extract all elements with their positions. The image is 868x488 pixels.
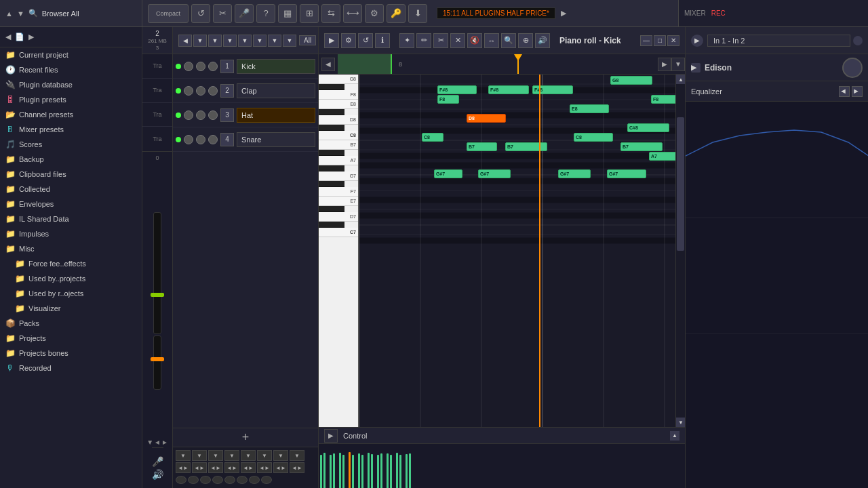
channel-item-clap[interactable]: 2 Clap bbox=[173, 79, 318, 103]
note-b7-1[interactable]: B7 bbox=[467, 142, 497, 151]
sidebar-item-envelopes[interactable]: 📁 Envelopes bbox=[0, 197, 142, 211]
note-fs8-1[interactable]: F#8 bbox=[437, 85, 477, 94]
transport-arrow[interactable]: ▶ bbox=[561, 9, 566, 18]
toolbar-btn-10[interactable]: 🔑 bbox=[387, 4, 406, 23]
note-grid-area[interactable]: G8 F#8 F#8 F#8 F8 F8 E8 D8 C#8 bbox=[359, 75, 675, 427]
pr-nav-right[interactable]: ▶ bbox=[658, 58, 671, 71]
ch-name-clap[interactable]: Clap bbox=[237, 83, 315, 98]
down-arrow-icon[interactable]: ▼ bbox=[17, 9, 24, 18]
ctrl-btn-9[interactable]: ◄► bbox=[176, 462, 191, 473]
edison-knob[interactable] bbox=[842, 58, 863, 78]
ctrl-btn-14[interactable]: ◄► bbox=[257, 462, 272, 473]
ctrl-circle-7[interactable] bbox=[249, 476, 260, 484]
ctrl-btn-10[interactable]: ◄► bbox=[192, 462, 207, 473]
key-d8[interactable]: D8 bbox=[319, 115, 358, 125]
toolbar-btn-compact[interactable]: Compact bbox=[148, 4, 189, 23]
key-e8[interactable]: E8 bbox=[319, 100, 358, 109]
sidebar-item-backup[interactable]: 📁 Backup bbox=[0, 152, 142, 167]
sidebar-item-channel-presets[interactable]: 📂 Channel presets bbox=[0, 107, 142, 122]
note-gs7-1[interactable]: G#7 bbox=[434, 169, 462, 178]
toolbar-btn-3[interactable]: 🎤 bbox=[235, 4, 254, 23]
toolbar-btn-9[interactable]: ⚙ bbox=[365, 4, 384, 23]
sidebar-item-packs[interactable]: 📦 Packs bbox=[0, 316, 142, 331]
win-close-btn[interactable]: ✕ bbox=[667, 35, 679, 46]
sidebar-item-projects-bones[interactable]: 📁 Projects bones bbox=[0, 346, 142, 361]
key-a7[interactable]: A7 bbox=[319, 156, 358, 165]
scroll-up-btn[interactable]: ▲ bbox=[676, 75, 685, 84]
channel-item-snare[interactable]: 4 Snare bbox=[173, 127, 318, 152]
key-b7[interactable]: B7 bbox=[319, 140, 358, 150]
key-gs7-black[interactable] bbox=[319, 165, 344, 171]
fader-knob-green[interactable] bbox=[151, 293, 164, 297]
fader-knob-orange[interactable] bbox=[151, 357, 164, 361]
ch-btn-c1[interactable] bbox=[208, 62, 218, 71]
ctrl-btn-5[interactable]: ▼ bbox=[241, 450, 256, 461]
sidebar-item-current-project[interactable]: 📁 Current project bbox=[0, 47, 142, 62]
eq-ctrl-btn-2[interactable]: ► bbox=[852, 86, 863, 97]
key-d7[interactable]: D7 bbox=[319, 212, 358, 222]
ctrl-circle-2[interactable] bbox=[188, 476, 199, 484]
sidebar-item-force-fee[interactable]: 📁 Force fee..effects bbox=[0, 256, 142, 271]
key-as7-black[interactable] bbox=[319, 150, 344, 156]
pr-play-btn[interactable]: ▶ bbox=[324, 33, 339, 48]
sidebar-item-impulses[interactable]: 📁 Impulses bbox=[0, 226, 142, 241]
fader-rail-orange[interactable] bbox=[153, 336, 161, 390]
ch-btn-c2[interactable] bbox=[208, 86, 218, 96]
rack-all-btn[interactable]: All bbox=[299, 35, 316, 45]
pr-select-btn[interactable]: ✦ bbox=[399, 33, 414, 48]
ctrl-btn-12[interactable]: ◄► bbox=[224, 462, 239, 473]
ctrl-circle-4[interactable] bbox=[212, 476, 223, 484]
right-panel-arrow[interactable]: ▶ bbox=[691, 35, 703, 47]
in-out-selector[interactable]: In 1 - In 2 bbox=[707, 35, 850, 47]
toolbar-btn-1[interactable]: ↺ bbox=[191, 4, 210, 23]
control-collapse-btn[interactable]: ▲ bbox=[670, 431, 679, 441]
ctrl-btn-16[interactable]: ◄► bbox=[290, 462, 304, 473]
loop-region[interactable] bbox=[338, 54, 392, 74]
sidebar-item-used-by-projects[interactable]: 📁 Used by..projects bbox=[0, 271, 142, 286]
rack-btn-5[interactable]: ▼ bbox=[238, 35, 252, 47]
scroll-down-btn[interactable]: ▼ bbox=[676, 418, 685, 427]
sidebar-item-plugin-presets[interactable]: 🎛 Plugin presets bbox=[0, 92, 142, 107]
note-c8-2[interactable]: C8 bbox=[574, 133, 613, 142]
ctrl-btn-15[interactable]: ◄► bbox=[273, 462, 288, 473]
pr-slide-btn[interactable]: ↔ bbox=[484, 33, 499, 48]
key-fs7-black[interactable] bbox=[319, 181, 344, 187]
ch-name-kick[interactable]: Kick bbox=[237, 59, 315, 74]
toolbar-btn-8[interactable]: ⟷ bbox=[343, 4, 362, 23]
rack-btn-6[interactable]: ▼ bbox=[253, 35, 267, 47]
sidebar-item-recorded[interactable]: 🎙 Recorded bbox=[0, 361, 142, 375]
sidebar-item-clipboard[interactable]: 📁 Clipboard files bbox=[0, 167, 142, 182]
eq-ctrl-btn-1[interactable]: ◄ bbox=[839, 86, 850, 97]
mixer-circle-btn[interactable] bbox=[853, 36, 863, 45]
ctrl-circle-5[interactable] bbox=[224, 476, 235, 484]
sidebar-item-projects[interactable]: 📁 Projects bbox=[0, 331, 142, 346]
toolbar-btn-4[interactable]: ? bbox=[256, 4, 275, 23]
ctrl-circle-1[interactable] bbox=[176, 476, 186, 484]
ctrl-btn-2[interactable]: ▼ bbox=[192, 450, 207, 461]
pr-magnet-btn[interactable]: ⚙ bbox=[341, 33, 356, 48]
key-f8[interactable]: F8 bbox=[319, 90, 358, 100]
sidebar-item-plugin-database[interactable]: 🔌 Plugin database bbox=[0, 77, 142, 92]
key-g8[interactable]: G8 bbox=[319, 75, 358, 84]
ch-btn-b1[interactable] bbox=[196, 62, 205, 71]
win-minimize-btn[interactable]: — bbox=[640, 35, 652, 46]
pr-scroll-right[interactable]: ▼ bbox=[671, 58, 685, 71]
toolbar-btn-2[interactable]: ✂ bbox=[213, 4, 232, 23]
pr-info-btn[interactable]: ℹ bbox=[375, 33, 390, 48]
edison-expand-btn[interactable]: ▶ bbox=[691, 63, 701, 73]
sidebar-icon-1[interactable]: ◀ bbox=[5, 33, 11, 41]
key-f7[interactable]: F7 bbox=[319, 187, 358, 197]
ch-name-snare[interactable]: Snare bbox=[237, 132, 315, 147]
note-a7[interactable]: A7 bbox=[649, 152, 675, 161]
note-g8[interactable]: G8 bbox=[610, 76, 652, 85]
ctrl-circle-3[interactable] bbox=[200, 476, 211, 484]
key-cs8-black[interactable] bbox=[319, 125, 344, 131]
sidebar-icon-3[interactable]: ▶ bbox=[28, 33, 34, 41]
pr-delete-btn[interactable]: ✕ bbox=[450, 33, 465, 48]
pr-speaker-btn[interactable]: 🔊 bbox=[535, 33, 550, 48]
channel-item-kick[interactable]: 1 Kick bbox=[173, 54, 318, 79]
scroll-thumb[interactable] bbox=[677, 117, 684, 251]
ch-name-hat[interactable]: Hat bbox=[237, 108, 315, 123]
sidebar-item-used-by-r[interactable]: 📁 Used by r..ojects bbox=[0, 286, 142, 301]
pr-eraser-btn[interactable]: ✂ bbox=[433, 33, 448, 48]
